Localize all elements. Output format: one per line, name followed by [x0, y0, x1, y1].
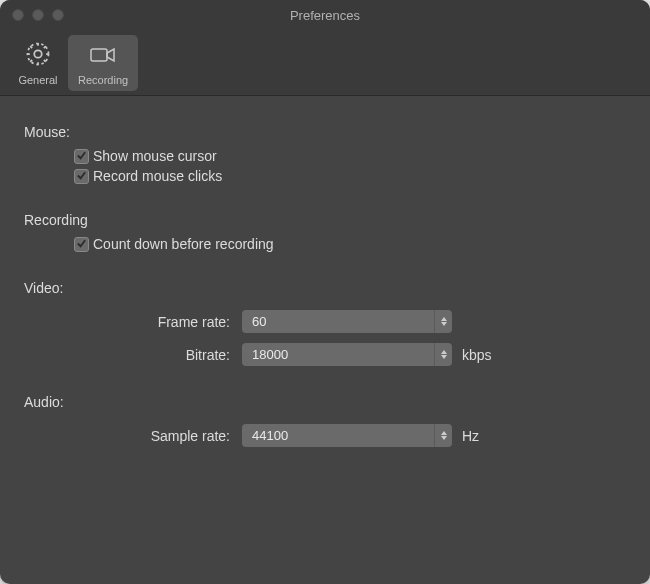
zoom-button[interactable]	[52, 9, 64, 21]
window-title: Preferences	[290, 8, 360, 23]
preferences-window: Preferences General	[0, 0, 650, 584]
record-clicks-checkbox[interactable]	[74, 169, 89, 184]
audio-section-title: Audio:	[24, 394, 626, 410]
checkmark-icon	[76, 147, 87, 165]
show-cursor-label: Show mouse cursor	[93, 148, 217, 164]
stepper-icon	[434, 310, 452, 333]
traffic-lights	[12, 9, 64, 21]
bitrate-row: Bitrate: 18000 kbps	[24, 343, 626, 366]
tab-general-label: General	[18, 74, 57, 86]
tab-recording[interactable]: Recording	[68, 35, 138, 91]
countdown-checkbox[interactable]	[74, 237, 89, 252]
frame-rate-value: 60	[242, 314, 434, 329]
bitrate-label: Bitrate:	[24, 347, 242, 363]
close-button[interactable]	[12, 9, 24, 21]
countdown-row: Count down before recording	[74, 236, 626, 252]
stepper-icon	[434, 343, 452, 366]
stepper-icon	[434, 424, 452, 447]
sample-rate-value: 44100	[242, 428, 434, 443]
checkmark-icon	[76, 235, 87, 253]
countdown-label: Count down before recording	[93, 236, 274, 252]
checkmark-icon	[76, 167, 87, 185]
sample-rate-select[interactable]: 44100	[242, 424, 452, 447]
sample-rate-row: Sample rate: 44100 Hz	[24, 424, 626, 447]
gear-icon	[24, 40, 52, 72]
titlebar: Preferences	[0, 0, 650, 30]
video-section: Video: Frame rate: 60 Bitrate: 18	[24, 280, 626, 366]
bitrate-unit: kbps	[462, 347, 492, 363]
tab-recording-label: Recording	[78, 74, 128, 86]
bitrate-select[interactable]: 18000	[242, 343, 452, 366]
recording-section-title: Recording	[24, 212, 626, 228]
show-cursor-row: Show mouse cursor	[74, 148, 626, 164]
recording-section: Recording Count down before recording	[24, 212, 626, 252]
preferences-toolbar: General Recording	[0, 30, 650, 96]
audio-section: Audio: Sample rate: 44100 Hz	[24, 394, 626, 447]
bitrate-value: 18000	[242, 347, 434, 362]
mouse-section-title: Mouse:	[24, 124, 626, 140]
tab-general[interactable]: General	[8, 35, 68, 91]
frame-rate-label: Frame rate:	[24, 314, 242, 330]
video-camera-icon	[88, 40, 118, 72]
mouse-section: Mouse: Show mouse cursor	[24, 124, 626, 184]
minimize-button[interactable]	[32, 9, 44, 21]
sample-rate-label: Sample rate:	[24, 428, 242, 444]
sample-rate-unit: Hz	[462, 428, 479, 444]
record-clicks-row: Record mouse clicks	[74, 168, 626, 184]
frame-rate-row: Frame rate: 60	[24, 310, 626, 333]
preferences-content: Mouse: Show mouse cursor	[0, 96, 650, 485]
svg-rect-2	[91, 49, 107, 61]
record-clicks-label: Record mouse clicks	[93, 168, 222, 184]
frame-rate-select[interactable]: 60	[242, 310, 452, 333]
show-cursor-checkbox[interactable]	[74, 149, 89, 164]
video-section-title: Video:	[24, 280, 626, 296]
